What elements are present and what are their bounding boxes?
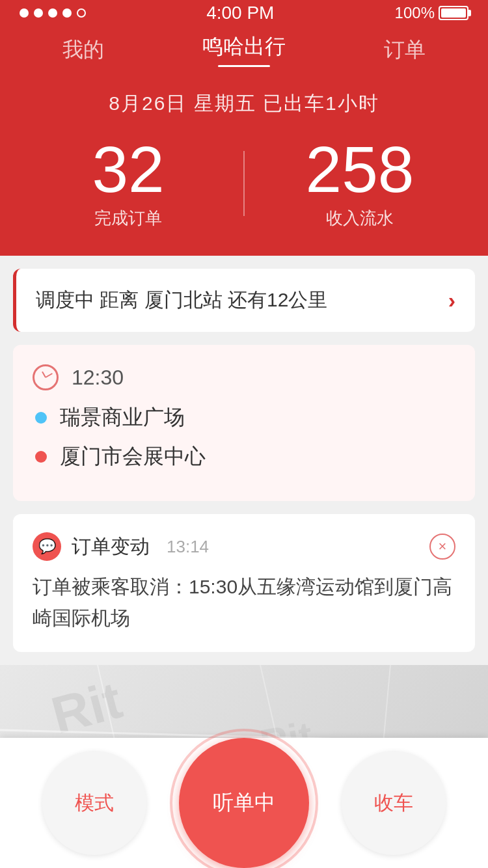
origin-dot-icon (35, 412, 47, 424)
trip-origin-row: 瑞景商业广场 (33, 403, 455, 432)
trip-destination: 厦门市会展中心 (60, 442, 206, 471)
clock-icon (33, 364, 59, 390)
trip-time: 12:30 (72, 366, 124, 390)
end-shift-button[interactable]: 收车 (342, 751, 446, 855)
message-icon: 💬 (33, 532, 61, 561)
tab-indicator (218, 65, 270, 67)
notification-time: 13:14 (167, 537, 209, 557)
dot-4 (62, 8, 72, 18)
clock-hand-minute (46, 373, 53, 378)
battery-percent: 100% (395, 4, 435, 22)
stat-revenue-number: 258 (306, 137, 414, 202)
tab-home[interactable]: 鸣哈出行 (189, 33, 299, 61)
dot-3 (48, 8, 57, 18)
stat-revenue-label: 收入流水 (326, 207, 394, 230)
status-time: 4:00 PM (206, 3, 274, 23)
trip-card: 12:30 瑞景商业广场 厦门市会展中心 (13, 345, 475, 501)
mode-button[interactable]: 模式 (42, 751, 146, 855)
notification-card: 💬 订单变动 13:14 × 订单被乘客取消：15:30从五缘湾运动馆到厦门高崎… (13, 514, 475, 652)
message-icon-inner: 💬 (38, 538, 56, 555)
battery-icon (439, 6, 468, 20)
trip-time-row: 12:30 (33, 364, 455, 390)
close-icon: × (439, 538, 447, 555)
header: 我的 鸣哈出行 订单 (0, 26, 488, 77)
stat-completed-label: 完成订单 (94, 207, 162, 230)
dispatch-card[interactable]: 调度中 距离 厦门北站 还有12公里 › (13, 269, 475, 332)
listen-order-button[interactable]: 听单中 (179, 738, 309, 868)
stats-row: 32 完成订单 258 收入流水 (26, 137, 462, 230)
notification-body: 订单被乘客取消：15:30从五缘湾运动馆到厦门高崎国际机场 (33, 571, 455, 634)
mode-button-label: 模式 (75, 790, 114, 817)
dot-5 (77, 8, 86, 18)
end-shift-label: 收车 (374, 790, 413, 817)
stat-divider (243, 151, 245, 216)
stat-completed-number: 32 (92, 137, 164, 202)
stat-completed-orders: 32 完成订单 (26, 137, 230, 230)
notification-title: 订单变动 (72, 534, 150, 560)
trip-destination-row: 厦门市会展中心 (33, 442, 455, 471)
listen-order-label: 听单中 (213, 789, 275, 817)
bottom-bar: 模式 听单中 收车 (0, 738, 488, 868)
dot-2 (34, 8, 43, 18)
stats-section: 8月26日 星期五 已出车1小时 32 完成订单 258 收入流水 (0, 77, 488, 256)
notification-close-button[interactable]: × (429, 534, 455, 560)
signal-dots (20, 8, 86, 18)
destination-dot-icon (35, 451, 47, 463)
battery-indicator: 100% (395, 4, 468, 22)
dispatch-text: 调度中 距离 厦门北站 还有12公里 (36, 287, 327, 314)
trip-origin: 瑞景商业广场 (60, 403, 185, 432)
chevron-right-icon: › (448, 288, 455, 313)
nav-tabs: 我的 鸣哈出行 订单 (0, 33, 488, 77)
stat-revenue: 258 收入流水 (258, 137, 462, 230)
dot-1 (20, 8, 29, 18)
date-row: 8月26日 星期五 已出车1小时 (26, 90, 462, 117)
notification-header: 💬 订单变动 13:14 × (33, 532, 455, 561)
status-bar: 4:00 PM 100% (0, 0, 488, 26)
battery-fill (441, 8, 466, 18)
tab-orders[interactable]: 订单 (371, 36, 439, 64)
tab-mine[interactable]: 我的 (49, 36, 117, 64)
tab-center-wrapper: 鸣哈出行 (189, 33, 299, 67)
